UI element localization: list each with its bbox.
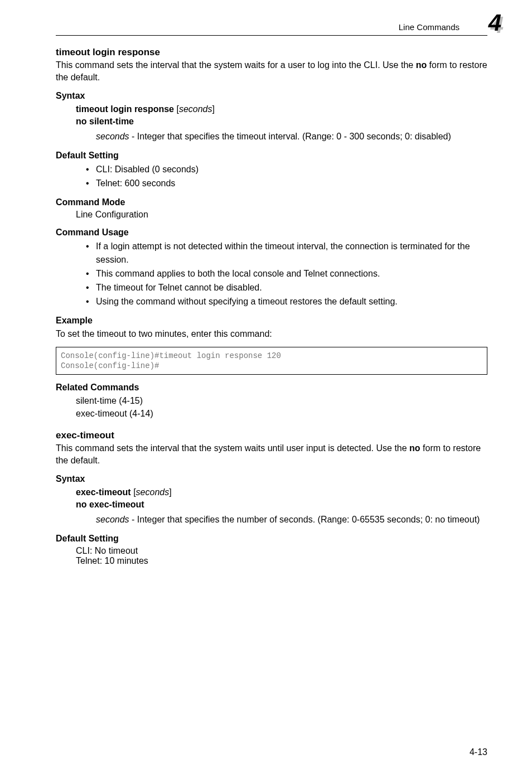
syntax-block-2: exec-timeout [seconds] no exec-timeout [76, 486, 487, 510]
chapter-number: 4 [489, 11, 501, 35]
syntax-cmd-1: timeout login response [76, 104, 174, 114]
default-heading-1: Default Setting [56, 151, 487, 161]
default-line-cli-2: CLI: No timeout [76, 546, 138, 555]
syntax-heading-1: Syntax [56, 91, 487, 101]
example-intro-1: To set the timeout to two minutes, enter… [56, 328, 487, 340]
syntax-desc-arg-2: seconds [96, 515, 129, 524]
default-heading-2: Default Setting [56, 534, 487, 544]
syntax-heading-2: Syntax [56, 474, 487, 484]
page-container: Line Commands 4 4 timeout login response… [0, 0, 532, 774]
syntax-desc-2: seconds - Integer that specifies the num… [96, 514, 487, 526]
intro-text-1a: This command sets the interval that the … [56, 60, 416, 70]
header-rule [56, 35, 487, 36]
syntax-arg-1: seconds [179, 104, 212, 114]
section-title-exec-timeout: exec-timeout [56, 430, 487, 441]
related-link-exec-timeout: exec-timeout (4-14) [76, 409, 153, 418]
syntax-cmd-no-1: no silent-time [76, 117, 134, 126]
page-number: 4-13 [470, 747, 487, 757]
syntax-block-1: timeout login response [seconds] no sile… [76, 103, 487, 127]
usage-list-1: If a login attempt is not detected withi… [86, 240, 487, 308]
syntax-cmd-2: exec-timeout [76, 487, 131, 497]
default-list-1: CLI: Disabled (0 seconds) Telnet: 600 se… [86, 163, 487, 190]
related-link-silent-time: silent-time (4-15) [76, 396, 143, 405]
default-line-telnet-2: Telnet: 10 minutes [76, 556, 148, 565]
intro-paragraph-2: This command sets the interval that the … [56, 442, 487, 466]
syntax-desc-text-2: - Integer that specifies the number of s… [129, 515, 480, 524]
usage-item-2: This command applies to both the local c… [86, 267, 487, 280]
intro-bold-no: no [416, 60, 427, 70]
syntax-arg-2: seconds [136, 487, 170, 497]
example-code-block-1: Console(config-line)#timeout login respo… [56, 347, 487, 375]
syntax-bracket-open-2: [ [131, 487, 136, 497]
syntax-desc-1: seconds - Integer that specifies the tim… [96, 130, 487, 143]
syntax-desc-arg-1: seconds [96, 132, 129, 141]
syntax-bracket-open-1: [ [174, 104, 179, 114]
usage-heading-1: Command Usage [56, 228, 487, 238]
example-heading-1: Example [56, 316, 487, 326]
related-commands-1: silent-time (4-15) exec-timeout (4-14) [76, 395, 487, 420]
header-section-label: Line Commands [56, 22, 487, 32]
syntax-bracket-close-2: ] [169, 487, 171, 497]
syntax-desc-text-1: - Integer that specifies the timeout int… [129, 132, 451, 141]
usage-item-1: If a login attempt is not detected withi… [86, 240, 487, 265]
intro-bold-no-2: no [409, 443, 420, 453]
mode-text-1: Line Configuration [76, 210, 487, 220]
related-heading-1: Related Commands [56, 383, 487, 393]
intro-text-2a: This command sets the interval that the … [56, 443, 409, 453]
usage-item-4: Using the command without specifying a t… [86, 295, 487, 308]
section-title-timeout-login: timeout login response [56, 47, 487, 58]
default-block-2: CLI: No timeout Telnet: 10 minutes [76, 546, 487, 566]
mode-heading-1: Command Mode [56, 197, 487, 207]
intro-paragraph-1: This command sets the interval that the … [56, 59, 487, 83]
syntax-cmd-no-2: no exec-timeout [76, 500, 144, 509]
default-item-cli: CLI: Disabled (0 seconds) [86, 163, 487, 176]
default-item-telnet: Telnet: 600 seconds [86, 177, 487, 190]
usage-item-3: The timeout for Telnet cannot be disable… [86, 281, 487, 294]
syntax-bracket-close-1: ] [212, 104, 215, 114]
